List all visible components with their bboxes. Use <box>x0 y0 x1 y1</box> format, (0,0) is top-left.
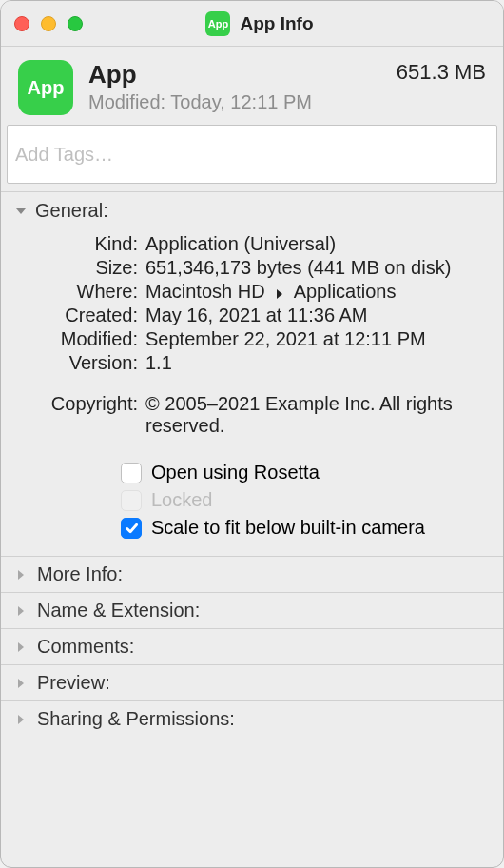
traffic-lights <box>14 16 83 31</box>
sharing-title: Sharing & Permissions: <box>37 708 235 730</box>
chevron-right-icon <box>14 641 28 654</box>
modified-label: Modified: <box>88 91 165 112</box>
chevron-right-icon <box>14 568 28 582</box>
created-label: Created: <box>18 305 138 326</box>
section-name-extension[interactable]: Name & Extension: <box>1 592 503 628</box>
rosetta-checkbox[interactable] <box>121 463 142 483</box>
version-value: 1.1 <box>145 352 486 374</box>
section-general: General: Kind: Application (Universal) S… <box>1 191 503 556</box>
kind-label: Kind: <box>18 233 138 255</box>
app-icon-small: App <box>205 11 230 36</box>
modified-value: Today, 12:11 PM <box>170 91 312 112</box>
modified-detail-label: Modified: <box>18 328 138 350</box>
version-label: Version: <box>18 352 138 374</box>
icon-label: App <box>28 77 65 99</box>
where-label: Where: <box>18 281 138 303</box>
preview-title: Preview: <box>37 672 110 694</box>
section-comments[interactable]: Comments: <box>1 628 503 664</box>
kind-value: Application (Universal) <box>145 233 486 255</box>
header: App App Modified: Today, 12:11 PM 651.3 … <box>1 47 503 125</box>
section-sharing-permissions[interactable]: Sharing & Permissions: <box>1 700 503 737</box>
titlebar: App App Info <box>1 1 503 47</box>
app-name: App <box>88 60 381 89</box>
where-value: Macintosh HD Applications <box>145 281 486 303</box>
section-preview[interactable]: Preview: <box>1 664 503 700</box>
name-ext-title: Name & Extension: <box>37 600 200 621</box>
comments-title: Comments: <box>37 636 134 658</box>
general-header[interactable]: General: <box>1 192 503 229</box>
app-icon: App <box>18 60 73 115</box>
size-label: Size: <box>18 257 138 279</box>
where-part-1: Macintosh HD <box>145 281 265 302</box>
scale-label: Scale to fit below built-in camera <box>151 517 425 539</box>
chevron-right-icon <box>14 713 28 726</box>
rosetta-label: Open using Rosetta <box>151 462 320 483</box>
scale-checkbox[interactable] <box>121 518 142 539</box>
chevron-right-icon <box>14 677 28 690</box>
more-info-title: More Info: <box>37 563 123 585</box>
locked-row: Locked <box>121 489 486 511</box>
tags-input[interactable] <box>7 125 497 184</box>
where-part-2: Applications <box>294 281 397 302</box>
general-title: General: <box>35 200 108 222</box>
close-button[interactable] <box>14 16 29 31</box>
modified-summary: Modified: Today, 12:11 PM <box>88 91 381 113</box>
tags-wrap <box>1 125 503 184</box>
general-details: Kind: Application (Universal) Size: 651,… <box>1 229 503 556</box>
chevron-down-icon <box>14 205 28 218</box>
zoom-button[interactable] <box>68 16 83 31</box>
created-value: May 16, 2021 at 11:36 AM <box>145 305 486 326</box>
icon-label-small: App <box>208 18 228 30</box>
header-center: App Modified: Today, 12:11 PM <box>88 60 381 113</box>
path-separator-icon <box>276 282 283 304</box>
modified-detail-value: September 22, 2021 at 12:11 PM <box>145 328 486 350</box>
window-title: App Info <box>240 13 313 34</box>
copyright-value: © 2005–2021 Example Inc. All rights rese… <box>145 393 486 437</box>
copyright-label: Copyright: <box>18 393 138 415</box>
section-more-info[interactable]: More Info: <box>1 556 503 592</box>
minimize-button[interactable] <box>41 16 56 31</box>
size-value: 651,346,173 bytes (441 MB on disk) <box>145 257 486 279</box>
chevron-right-icon <box>14 604 28 618</box>
scale-row: Scale to fit below built-in camera <box>121 517 486 539</box>
locked-checkbox <box>121 490 142 511</box>
info-window: App App Info App App Modified: Today, 12… <box>0 0 504 868</box>
locked-label: Locked <box>151 489 213 511</box>
title-center: App App Info <box>83 11 436 36</box>
file-size: 651.3 MB <box>397 60 486 85</box>
rosetta-row: Open using Rosetta <box>121 462 486 483</box>
